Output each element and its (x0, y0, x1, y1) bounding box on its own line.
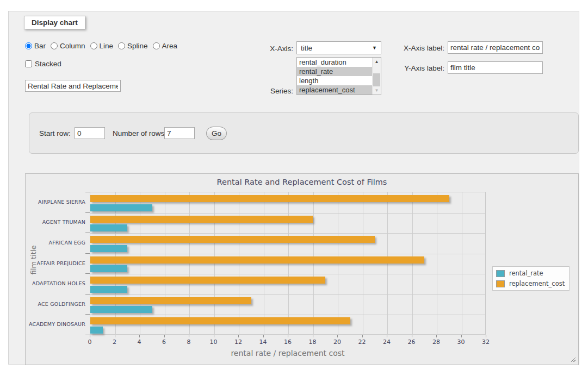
category-label: ADAPTATION HOLES (26, 280, 85, 286)
x-tick-label: 6 (156, 338, 172, 346)
y-axis-tick (85, 294, 90, 294)
chart-title: Rental Rate and Replacement Cost of Film… (26, 178, 578, 186)
display-chart-fieldset: Display chart BarColumnLineSplineArea St… (8, 11, 579, 365)
x-axis-tick (263, 335, 264, 337)
radio-line[interactable] (90, 42, 97, 49)
category-label: AFFAIR PREJUDICE (26, 260, 85, 266)
scroll-down-icon[interactable]: ▼ (373, 86, 381, 95)
radio-option-area[interactable]: Area (153, 42, 178, 50)
list-item-rental_duration[interactable]: rental_duration (297, 58, 372, 67)
x-tick-label: 14 (255, 338, 271, 346)
x-tick-label: 2 (107, 338, 123, 346)
band-separator (90, 294, 485, 295)
radio-option-label: Bar (34, 42, 46, 50)
x-axis-tick (486, 335, 486, 337)
number-of-rows-input[interactable] (164, 127, 195, 139)
x-axis-tick (362, 335, 363, 337)
y-axis-tick (85, 253, 90, 254)
row-range-panel: Start row: Number of rows: Go (29, 112, 579, 154)
x-axis-selected-value: title (301, 44, 312, 52)
radio-area[interactable] (153, 42, 160, 49)
legend-entry: replacement_cost (496, 280, 565, 287)
radio-bar[interactable] (25, 42, 32, 49)
x-axis-select[interactable]: title ▼ (296, 41, 381, 54)
stacked-option[interactable]: Stacked (25, 60, 61, 68)
bar-rental_rate (90, 245, 127, 252)
bar-replacement_cost (90, 277, 325, 284)
list-item-rental_rate[interactable]: rental_rate (297, 67, 372, 76)
bar-rental_rate (90, 224, 127, 231)
x-axis-tick (412, 335, 412, 337)
x-tick-label: 28 (428, 338, 444, 346)
bar-replacement_cost (90, 216, 313, 223)
bar-replacement_cost (90, 317, 350, 324)
stacked-checkbox[interactable] (25, 60, 32, 67)
x-axis-tick (436, 335, 437, 337)
x-tick-label: 4 (131, 338, 147, 346)
y-axis-tick (85, 212, 90, 213)
x-tick-label: 24 (379, 338, 395, 346)
radio-column[interactable] (51, 42, 58, 49)
list-item-replacement_cost[interactable]: replacement_cost (297, 85, 372, 95)
bar-replacement_cost (90, 195, 449, 202)
scrollbar-thumb[interactable] (373, 73, 380, 86)
bar-replacement_cost (90, 236, 375, 243)
radio-option-label: Column (60, 42, 85, 50)
x-tick-label: 26 (404, 338, 420, 346)
chart-type-radio-group: BarColumnLineSplineArea (25, 42, 177, 50)
radio-spline[interactable] (118, 42, 125, 49)
bar-rental_rate (90, 327, 103, 334)
legend-label: replacement_cost (509, 280, 565, 287)
x-axis-tick (313, 335, 313, 337)
x-axis-tick (337, 335, 338, 337)
chart-title-input[interactable] (25, 80, 121, 92)
start-row-input[interactable] (75, 127, 105, 139)
bar-rental_rate (90, 265, 127, 272)
x-axis-label-input[interactable] (448, 41, 543, 54)
y-axis-tick (85, 192, 90, 192)
band-separator (90, 213, 485, 214)
series-listbox[interactable]: rental_durationrental_ratelengthreplacem… (296, 57, 381, 95)
category-label: ACE GOLDFINGER (26, 301, 85, 307)
radio-option-bar[interactable]: Bar (25, 42, 46, 50)
scroll-up-icon[interactable]: ▲ (373, 58, 381, 66)
chart-legend: rental_ratereplacement_cost (492, 266, 570, 291)
legend-entry: rental_rate (496, 269, 565, 277)
radio-option-column[interactable]: Column (51, 42, 85, 50)
list-item-length[interactable]: length (297, 76, 372, 85)
bar-replacement_cost (90, 256, 424, 264)
bar-replacement_cost (90, 297, 251, 304)
x-axis-tick (164, 335, 165, 337)
grid-line (437, 192, 437, 334)
radio-option-spline[interactable]: Spline (118, 42, 148, 50)
band-separator (90, 254, 485, 254)
category-label: AFRICAN EGG (26, 240, 85, 246)
band-separator (90, 315, 485, 315)
x-tick-label: 30 (453, 338, 469, 346)
series-listbox-label: Series: (237, 87, 293, 95)
x-tick-label: 18 (305, 338, 321, 346)
category-label: ACADEMY DINOSAUR (26, 321, 85, 327)
x-axis-tick (139, 335, 140, 337)
x-axis-tick (387, 335, 387, 337)
y-axis-tick (85, 335, 90, 335)
y-axis-label-input[interactable] (448, 61, 543, 74)
x-axis-tick (189, 335, 189, 337)
x-axis-title: rental rate / replacement cost (90, 349, 486, 358)
x-axis-tick (214, 335, 214, 337)
x-axis-label-field-label: X-Axis label: (392, 44, 444, 52)
bar-rental_rate (90, 306, 152, 313)
x-tick-label: 10 (206, 338, 222, 346)
radio-option-label: Line (100, 42, 114, 50)
chevron-down-icon: ▼ (372, 45, 377, 51)
chart-container: Rental Rate and Replacement Cost of Film… (25, 173, 579, 365)
go-button[interactable]: Go (206, 127, 227, 140)
bar-rental_rate (90, 204, 152, 211)
legend-swatch (496, 280, 505, 287)
listbox-scrollbar[interactable]: ▲ ▼ (372, 58, 381, 95)
resize-handle-icon[interactable] (570, 356, 575, 362)
legend-label: rental_rate (509, 269, 543, 277)
radio-option-line[interactable]: Line (90, 42, 114, 50)
category-label: AGENT TRUMAN (26, 219, 85, 225)
y-axis-tick (85, 273, 90, 274)
